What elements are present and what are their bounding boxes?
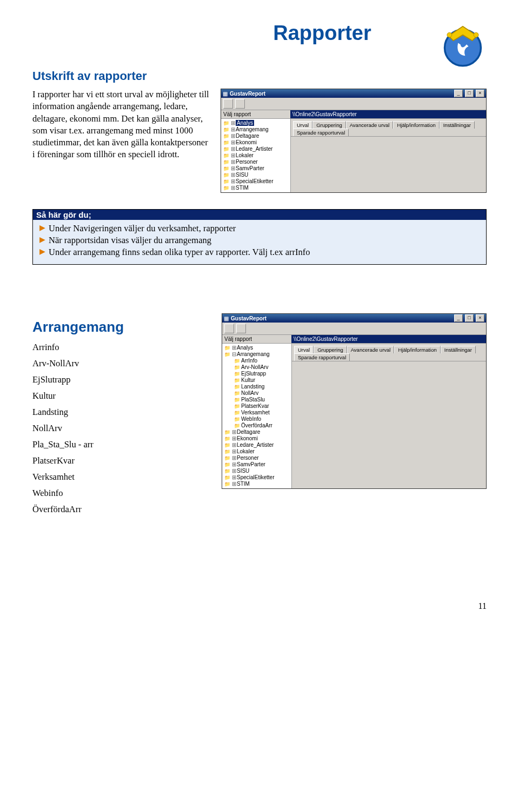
app-icon: ▦ — [224, 316, 229, 321]
page-title: Rapporter — [273, 22, 371, 45]
tree-node[interactable]: ⊞SamvParter — [223, 165, 288, 172]
tabs-row: UrvalGrupperingAvancerade urvalHjälp/inf… — [291, 119, 486, 137]
tab[interactable]: Sparade rapporturval — [294, 353, 350, 361]
list-item: EjSlutrapp — [32, 374, 211, 385]
subtitle: Utskrift av rapporter — [32, 69, 487, 83]
tree-node[interactable]: ⊞SpecialEtiketter — [224, 474, 289, 481]
tree-node[interactable]: ⊞SamvParter — [224, 461, 289, 468]
svg-point-2 — [474, 32, 478, 37]
app-window-2: ▦ GustavReport _ □ × Välj rapport \\Onli… — [222, 313, 487, 489]
toolbar-button[interactable] — [224, 324, 234, 333]
tree-node[interactable]: PlatserKvar — [224, 403, 289, 410]
arrow-icon: ▶ — [39, 247, 45, 257]
tree-node[interactable]: ⊞Ekonomi — [223, 139, 288, 146]
toolbar-button[interactable] — [223, 99, 233, 109]
list-item: Arrinfo — [32, 342, 211, 353]
minimize-button[interactable]: _ — [454, 90, 463, 97]
tree-node[interactable]: EjSlutrapp — [224, 371, 289, 377]
tree-node[interactable]: ⊞Ledare_Artister — [224, 442, 289, 448]
list-item: Landsting — [32, 407, 211, 418]
tree-node[interactable]: ⊞Arrangemang — [223, 126, 288, 133]
toolbar — [221, 98, 486, 110]
intro-paragraph: I rapporter har vi ett stort urval av mö… — [32, 89, 211, 161]
close-button[interactable]: × — [476, 314, 484, 322]
tab[interactable]: Gruppering — [312, 121, 346, 129]
app-window-1: ▦ GustavReport _ □ × Välj rapport \\Onli… — [221, 89, 487, 193]
tabs-row: UrvalGrupperingAvancerade urvalHjälp/inf… — [292, 344, 486, 361]
tree-node[interactable]: ÖverfördaArr — [224, 422, 289, 429]
info-bar: Välj rapport \\Online2\GustavRapporter — [221, 110, 486, 119]
tree-node[interactable]: ⊞STIM — [223, 185, 288, 191]
instruction-header: Så här gör du; — [33, 210, 486, 220]
tree-node[interactable]: ⊟Arrangemang — [224, 351, 289, 358]
instruction-step: ▶Under arrangemang finns sedan olika typ… — [39, 247, 480, 258]
list-item: NollArv — [32, 423, 211, 434]
tab[interactable]: Inställningar — [441, 346, 476, 353]
tree-node[interactable]: ⊞Ledare_Artister — [223, 146, 288, 152]
tree-node[interactable]: NollArv — [224, 390, 289, 397]
maximize-button[interactable]: □ — [465, 314, 474, 322]
tree-node[interactable]: PlaStaSlu — [224, 397, 289, 403]
tree-node[interactable]: ⊞Personer — [223, 159, 288, 165]
tab[interactable]: Inställningar — [440, 121, 475, 129]
app-icon: ▦ — [223, 91, 228, 97]
tree-node[interactable]: ⊞Lokaler — [223, 152, 288, 159]
list-item: Verksamhet — [32, 472, 211, 482]
report-tree[interactable]: ⊞Analys⊟ArrangemangArrInfoArv-NollArvEjS… — [222, 344, 292, 488]
tree-node[interactable]: Landsting — [224, 384, 289, 390]
toolbar-button[interactable] — [235, 99, 245, 109]
instruction-box: Så här gör du; ▶Under Navigeringen välje… — [32, 209, 487, 265]
close-button[interactable]: × — [476, 90, 484, 97]
arrow-icon: ▶ — [39, 235, 45, 245]
tree-node[interactable]: ⊞Analys — [224, 345, 289, 351]
list-item: Pla_Sta_Slu - arr — [32, 439, 211, 450]
info-path: \\Online2\GustavRapporter — [291, 335, 486, 343]
tab[interactable]: Hjälp/information — [394, 346, 440, 353]
list-item: Kultur — [32, 391, 211, 401]
tree-node[interactable]: ⊞Analys — [223, 120, 288, 126]
page-number: 11 — [32, 601, 487, 611]
tree-node[interactable]: WebInfo — [224, 416, 289, 422]
tree-node[interactable]: Arv-NollArv — [224, 364, 289, 371]
tab[interactable]: Urval — [294, 346, 314, 353]
info-left-label: Välj rapport — [222, 335, 291, 343]
arrow-icon: ▶ — [39, 223, 45, 233]
tab[interactable]: Avancerade urval — [346, 121, 394, 129]
section-title: Arrangemang — [32, 319, 211, 335]
tab[interactable]: Sparade rapporturval — [293, 129, 349, 136]
tree-node[interactable]: ⊞Deltagare — [224, 429, 289, 435]
tree-node[interactable]: Verksamhet — [224, 410, 289, 416]
info-path: \\Online2\GustavRapporter — [290, 110, 486, 118]
titlebar: ▦ GustavReport _ □ × — [221, 89, 486, 98]
tree-node[interactable]: ⊞Personer — [224, 455, 289, 461]
maximize-button[interactable]: □ — [465, 90, 474, 97]
instruction-step: ▶Under Navigeringen väljer du verksamhet… — [39, 223, 480, 234]
tab[interactable]: Avancerade urval — [347, 346, 395, 353]
svg-point-1 — [447, 32, 452, 37]
toolbar — [222, 323, 486, 335]
list-item: Arv-NollArv — [32, 358, 211, 369]
list-item: PlatserKvar — [32, 455, 211, 466]
tab[interactable]: Urval — [293, 121, 312, 129]
window-title: GustavReport — [230, 91, 452, 97]
list-item: ÖverfördaArr — [32, 504, 211, 515]
tab[interactable]: Gruppering — [314, 346, 347, 353]
list-item: Webinfo — [32, 488, 211, 499]
tab[interactable]: Hjälp/information — [393, 121, 439, 129]
titlebar: ▦ GustavReport _ □ × — [222, 314, 486, 323]
tree-node[interactable]: ⊞SISU — [224, 468, 289, 474]
tree-node[interactable]: ⊞Deltagare — [223, 133, 288, 139]
toolbar-button[interactable] — [236, 324, 246, 333]
tree-node[interactable]: ⊞Ekonomi — [224, 435, 289, 442]
tree-node[interactable]: ⊞SpecialEtiketter — [223, 178, 288, 185]
tree-node[interactable]: Kultur — [224, 377, 289, 384]
info-bar: Välj rapport \\Online2\GustavRapporter — [222, 335, 486, 344]
arrangemang-list: Arrangemang ArrinfoArv-NollArvEjSlutrapp… — [32, 313, 211, 520]
tree-node[interactable]: ArrInfo — [224, 358, 289, 364]
minimize-button[interactable]: _ — [454, 314, 463, 322]
app-logo-icon — [439, 22, 487, 69]
tree-node[interactable]: ⊞Lokaler — [224, 448, 289, 455]
tree-node[interactable]: ⊞SISU — [223, 172, 288, 178]
report-tree[interactable]: ⊞Analys⊞Arrangemang⊞Deltagare⊞Ekonomi⊞Le… — [221, 119, 291, 192]
tree-node[interactable]: ⊞STIM — [224, 481, 289, 487]
